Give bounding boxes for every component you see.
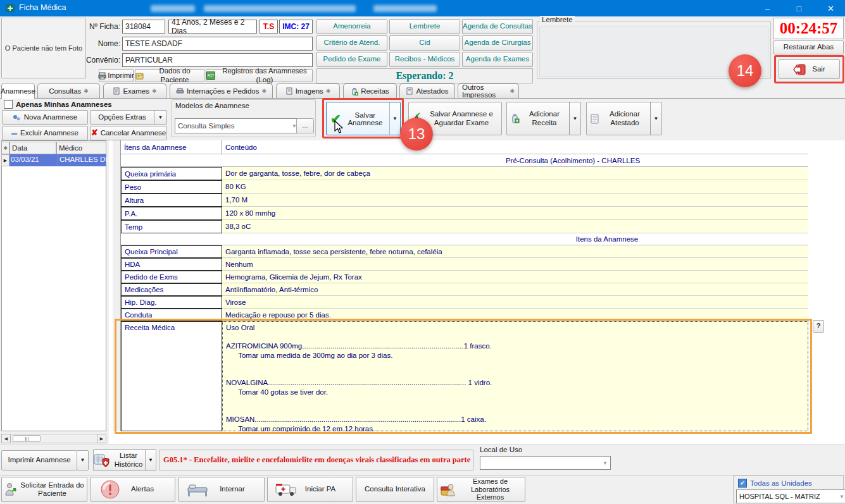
patient-card-icon <box>135 72 144 80</box>
ficha-label: Nº Ficha: <box>82 20 120 34</box>
modelo-browse-button[interactable]: ... <box>296 118 314 133</box>
tab-close-icon[interactable]: ✱ <box>152 88 157 94</box>
tab-imagens[interactable]: Imagens✱ <box>276 83 340 98</box>
table-indicator-column <box>113 140 121 431</box>
listar-historico-button[interactable]: Listar Histórico <box>93 449 146 471</box>
table-row-content[interactable]: 80 KG <box>222 180 808 194</box>
tab-close-icon[interactable]: ✱ <box>510 88 515 94</box>
redacted-title-text <box>373 5 437 12</box>
quick-button-agenda-cirurgias[interactable]: Agenda de Cirurgias <box>462 35 533 51</box>
redacted-title-text <box>204 5 356 12</box>
header-itens[interactable]: Ítens da Anamnese <box>121 140 222 154</box>
only-mine-checkbox[interactable]: Apenas Minhas Anamneses <box>4 100 112 109</box>
quick-button-recibos[interactable]: Recibos - Médicos <box>389 52 460 67</box>
exit-arrow-icon <box>793 64 806 75</box>
scroll-left-icon[interactable]: ◀ <box>1 434 11 443</box>
table-row-content[interactable]: Antiinflamatório, Anti-térmico <box>222 283 808 296</box>
listar-historico-dropdown[interactable]: ▼ <box>145 449 156 471</box>
table-row-content[interactable]: 1,70 M <box>222 194 808 207</box>
table-row-label: Conduta <box>121 309 222 321</box>
recipe-row-content[interactable]: Uso Oral AZITROMICINA 900mg.............… <box>222 321 808 431</box>
dados-paciente-button[interactable]: Dados do Paciente <box>135 69 204 82</box>
header-conteudo[interactable]: Conteúdo <box>222 140 808 154</box>
quick-button-amenorreia[interactable]: Amenorreia <box>316 19 387 34</box>
solicitar-entrada-button[interactable]: Solicitar Entrada do Paciente <box>1 477 87 502</box>
ts-badge[interactable]: T.S <box>260 20 278 34</box>
convenio-field[interactable]: PARTICULAR <box>122 53 313 67</box>
table-row-content[interactable]: Dor de garganta, tosse, febre, dor de ca… <box>222 167 808 180</box>
grid-corner-icon: ✱ <box>1 142 9 154</box>
ficha-medica-window: Ficha Médica – □ ✕ O Paciente não tem Fo… <box>0 0 845 504</box>
tab-outros-impressos[interactable]: Outros Impressos✱ <box>458 83 519 98</box>
table-row-content[interactable]: Medicação e repouso por 5 dias. <box>222 309 808 321</box>
history-row-selected[interactable]: 03/03/21 CHARLLES DR TE <box>9 154 106 166</box>
alertas-button[interactable]: Alertas <box>91 477 175 502</box>
minus-icon: ▬ <box>11 130 17 136</box>
table-row-content[interactable]: 120 x 80 mmhg <box>222 207 808 220</box>
internar-button[interactable]: Internar <box>178 477 265 502</box>
maximize-button[interactable]: □ <box>785 0 813 16</box>
local-de-uso-combobox[interactable]: ▼ <box>480 456 611 470</box>
tab-divider <box>0 98 845 99</box>
nova-anamnese-button[interactable]: Nova Anamnese <box>2 110 88 125</box>
all-units-checkbox[interactable]: ✔ Todas as Unidades <box>738 479 812 488</box>
ficha-field[interactable]: 318084 <box>122 20 165 34</box>
tab-exames[interactable]: Exames✱ <box>103 83 166 98</box>
dropdown-arrow-icon[interactable]: ▼ <box>389 102 400 135</box>
quick-button-lembrete[interactable]: Lembrete <box>389 19 460 34</box>
imprimir-anamnese-button[interactable]: Imprimir Anamnese <box>1 450 77 470</box>
minimize-button[interactable]: – <box>753 0 782 16</box>
table-row-content[interactable]: Hemograma, Glicemia de Jejum, Rx Torax <box>222 271 808 283</box>
iniciar-pa-button[interactable]: Iniciar PA <box>267 477 353 502</box>
excluir-anamnese-button[interactable]: ▬ Excluir Anamnese <box>2 126 88 140</box>
unit-combobox[interactable]: HOSPITAL SQL - MATRIZ ▼ <box>736 489 845 503</box>
tab-close-icon[interactable]: ✱ <box>261 88 266 94</box>
table-row-content[interactable]: Garganta inflamada, tosse seca persisten… <box>222 245 808 258</box>
history-column-data[interactable]: Data <box>9 142 56 154</box>
history-row-doctor: CHARLLES DR TE <box>58 154 106 166</box>
scroll-right-icon[interactable]: ▶ <box>97 434 106 443</box>
dropdown-arrow-icon[interactable]: ▼ <box>569 102 580 135</box>
section-pre-consulta: Pré-Consulta (Acolhimento) - CHARLLES <box>121 154 808 167</box>
exit-button[interactable]: Sair <box>779 59 840 79</box>
history-column-medico[interactable]: Médico <box>56 142 106 154</box>
scrollbar-thumb[interactable] <box>13 435 41 442</box>
adicionar-receita-button[interactable]: Adicionar Receita ▼ <box>506 102 581 135</box>
dropdown-arrow-icon[interactable]: ▼ <box>154 111 166 124</box>
exames-laboratorios-button[interactable]: Exames de Laboratórios Externos <box>437 477 525 502</box>
tab-internacoes[interactable]: Internações e Pedidos✱ <box>170 83 273 98</box>
nome-field[interactable]: TESTE ASDADF <box>122 37 313 51</box>
title-bar: Ficha Médica – □ ✕ <box>0 0 845 16</box>
tab-receitas[interactable]: Receitas <box>343 83 397 98</box>
reminder-label: Lembrete <box>540 16 575 23</box>
section-itens-anamnese: Itens da Anamnese <box>121 233 808 245</box>
imprimir-button[interactable]: Imprimir <box>99 69 134 82</box>
tab-atestados[interactable]: Atestados <box>399 83 455 98</box>
dropdown-arrow-icon[interactable]: ▼ <box>650 102 661 135</box>
help-button[interactable]: ? <box>813 320 824 333</box>
table-row-content[interactable]: Virose <box>222 296 808 309</box>
table-row-content[interactable]: Nenhum <box>222 258 808 271</box>
quick-button-criterio[interactable]: Critério de Atend. <box>316 35 387 51</box>
imprimir-anamnese-dropdown[interactable]: ▼ <box>77 450 89 470</box>
restore-tabs-button[interactable]: Restaurar Abas <box>773 40 844 54</box>
tab-anamnese[interactable]: Anamnese <box>1 83 35 99</box>
person-enter-icon <box>4 482 16 496</box>
modelo-combobox[interactable]: Consulta Simples ▼ <box>175 118 300 133</box>
registros-log-button[interactable]: ACT Registros das Anamneses (Log) <box>206 69 313 82</box>
close-button[interactable]: ✕ <box>817 0 845 16</box>
table-row-content[interactable]: 38,3 oC <box>222 220 808 233</box>
imc-badge: IMC: 27 <box>279 20 313 34</box>
quick-button-agenda-consultas[interactable]: Agenda de Consultas <box>462 19 533 34</box>
quick-button-pedido-exame[interactable]: Pedido de Exame <box>316 52 387 67</box>
tab-close-icon[interactable]: ✱ <box>326 88 331 94</box>
adicionar-atestado-button[interactable]: Adicionar Atestado ▼ <box>586 102 662 135</box>
tab-consultas[interactable]: Consultas✱ <box>37 83 100 98</box>
quick-button-cid[interactable]: Cid <box>389 35 460 51</box>
consulta-interativa-button[interactable]: Consulta Interativa <box>356 477 434 502</box>
tab-close-icon[interactable]: ✱ <box>84 88 89 94</box>
red-x-icon: ✘ <box>91 128 98 138</box>
opcoes-extras-button[interactable]: Opções Extras ▼ <box>90 110 167 125</box>
quick-button-agenda-exames[interactable]: Agenda de Exames <box>462 52 533 67</box>
cancelar-anamnese-button[interactable]: ✘ Cancelar Anamnese <box>90 126 167 140</box>
